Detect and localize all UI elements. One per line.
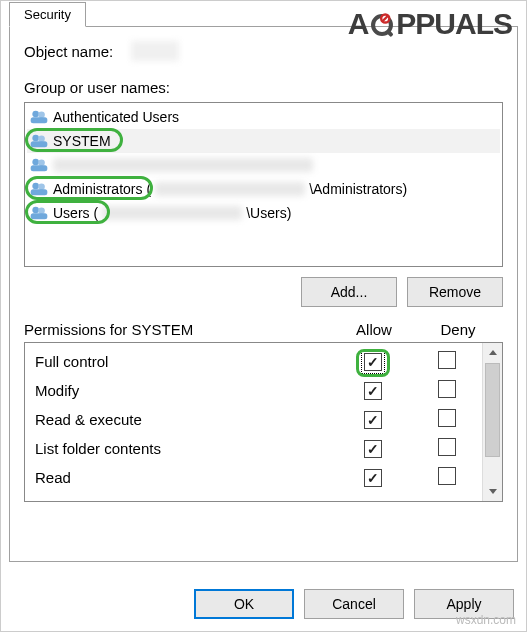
- svg-point-5: [32, 111, 39, 118]
- users-icon: [29, 157, 49, 173]
- permissions-list: Full control Modify Read & execute: [24, 342, 503, 502]
- permission-label: Read & execute: [25, 411, 334, 428]
- column-deny-label: Deny: [413, 321, 503, 338]
- group-user-names-label: Group or user names:: [24, 79, 503, 96]
- cancel-button[interactable]: Cancel: [304, 589, 404, 619]
- svg-point-14: [32, 183, 39, 190]
- svg-rect-13: [31, 165, 48, 171]
- list-item[interactable]: SYSTEM: [27, 129, 500, 153]
- group-user-names-list[interactable]: Authenticated Users SYSTEM: [24, 102, 503, 267]
- permissions-for-label: Permissions for SYSTEM: [24, 321, 335, 338]
- svg-point-15: [38, 184, 45, 191]
- svg-rect-19: [31, 213, 48, 219]
- footer-watermark: wsxdn.com: [456, 613, 516, 627]
- scroll-up-icon[interactable]: [483, 343, 502, 363]
- svg-point-11: [32, 159, 39, 166]
- scroll-thumb[interactable]: [485, 363, 500, 457]
- svg-point-17: [32, 207, 39, 214]
- object-name-label: Object name:: [24, 43, 113, 60]
- security-tab-panel: Object name: Group or user names: Authen…: [9, 26, 518, 562]
- tab-security[interactable]: Security: [9, 2, 86, 27]
- users-icon: [29, 133, 49, 149]
- svg-rect-7: [31, 117, 48, 123]
- allow-checkbox[interactable]: [364, 440, 382, 458]
- list-item-suffix: \Users): [246, 205, 291, 221]
- list-item-label: Administrators: [53, 181, 142, 197]
- deny-checkbox[interactable]: [438, 409, 456, 427]
- deny-checkbox[interactable]: [438, 438, 456, 456]
- watermark-logo: A PPUALS: [348, 7, 512, 41]
- scroll-down-icon[interactable]: [483, 481, 502, 501]
- redacted-text: [155, 182, 305, 196]
- list-item-suffix-paren: (: [146, 181, 151, 197]
- permission-row: Read & execute: [25, 405, 482, 434]
- list-item[interactable]: Users ( \Users): [27, 201, 500, 225]
- redacted-text: [53, 158, 313, 172]
- permission-label: Modify: [25, 382, 334, 399]
- scroll-track[interactable]: [483, 363, 502, 481]
- svg-point-6: [38, 112, 45, 119]
- permission-row: List folder contents: [25, 434, 482, 463]
- list-item-label: Users: [53, 205, 90, 221]
- deny-checkbox[interactable]: [438, 351, 456, 369]
- allow-checkbox[interactable]: [364, 353, 382, 371]
- svg-point-12: [38, 160, 45, 167]
- deny-checkbox[interactable]: [438, 467, 456, 485]
- column-allow-label: Allow: [335, 321, 413, 338]
- svg-rect-10: [31, 141, 48, 147]
- scrollbar[interactable]: [482, 343, 502, 501]
- allow-checkbox[interactable]: [364, 469, 382, 487]
- svg-rect-16: [31, 189, 48, 195]
- permission-label: Read: [25, 469, 334, 486]
- permission-row: Read: [25, 463, 482, 492]
- users-icon: [29, 181, 49, 197]
- permission-label: Full control: [25, 353, 334, 370]
- list-item-suffix: \Administrators): [309, 181, 407, 197]
- allow-checkbox[interactable]: [364, 411, 382, 429]
- list-item[interactable]: Authenticated Users: [27, 105, 500, 129]
- remove-button[interactable]: Remove: [407, 277, 503, 307]
- permission-row: Modify: [25, 376, 482, 405]
- list-item-suffix-paren: (: [94, 205, 99, 221]
- svg-point-18: [38, 208, 45, 215]
- list-item[interactable]: Administrators ( \Administrators): [27, 177, 500, 201]
- allow-checkbox[interactable]: [364, 382, 382, 400]
- list-item[interactable]: [27, 153, 500, 177]
- redacted-text: [102, 206, 242, 220]
- add-button[interactable]: Add...: [301, 277, 397, 307]
- list-item-label: Authenticated Users: [53, 109, 179, 125]
- object-name-value: [131, 41, 179, 61]
- svg-point-8: [32, 135, 39, 142]
- watermark-icon: [369, 11, 395, 37]
- users-icon: [29, 205, 49, 221]
- users-icon: [29, 109, 49, 125]
- ok-button[interactable]: OK: [194, 589, 294, 619]
- svg-point-9: [38, 136, 45, 143]
- permission-row: Full control: [25, 347, 482, 376]
- list-item-label: SYSTEM: [53, 133, 111, 149]
- deny-checkbox[interactable]: [438, 380, 456, 398]
- permission-label: List folder contents: [25, 440, 334, 457]
